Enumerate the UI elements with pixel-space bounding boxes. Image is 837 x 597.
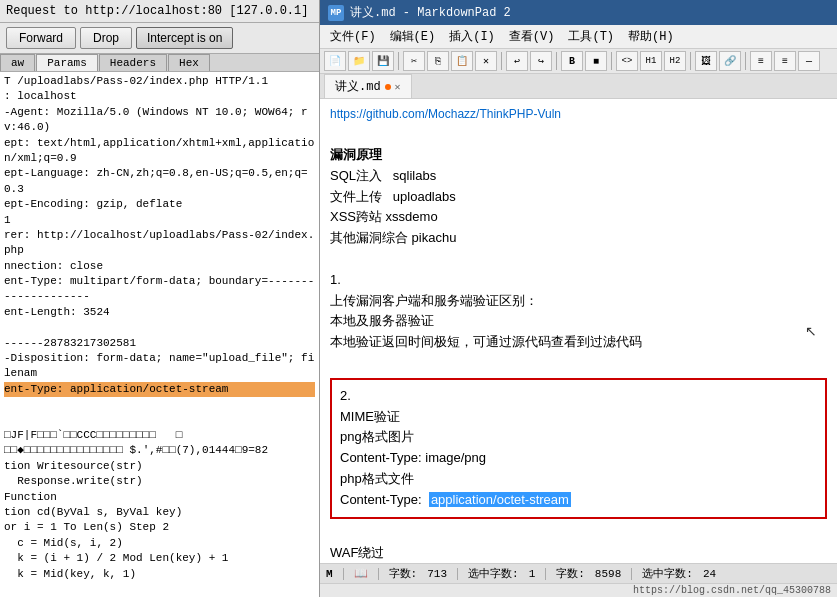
request-content[interactable]: T /uploadlabs/Pass-02/index.php HTTP/1.1… <box>0 72 319 597</box>
logo-text: MP <box>331 8 342 18</box>
mp-titlebar: MP 讲义.md - MarkdownPad 2 <box>320 0 837 25</box>
selected-label: 选中字数: <box>468 566 519 581</box>
file-tab-item[interactable]: 讲义.md ✕ <box>324 74 412 98</box>
vuln-upload: 文件上传 uploadlabs <box>330 187 827 208</box>
box-mime-title: MIME验证 <box>340 407 817 428</box>
menu-view[interactable]: 查看(V) <box>503 27 561 46</box>
request-tabs: aw Params Headers Hex <box>0 54 319 72</box>
h1-button[interactable]: H1 <box>640 51 662 71</box>
menu-help[interactable]: 帮助(H) <box>622 27 680 46</box>
section1-num: 1. <box>330 270 827 291</box>
menu-edit[interactable]: 编辑(E) <box>384 27 442 46</box>
menu-file[interactable]: 文件(F) <box>324 27 382 46</box>
toolbar-sep4 <box>611 52 612 70</box>
section1-sub2: 本地验证返回时间极短，可通过源代码查看到过滤代码 <box>330 332 827 353</box>
save-button[interactable]: 💾 <box>372 51 394 71</box>
redo-button[interactable]: ↪ <box>530 51 552 71</box>
mouse-cursor-indicator: ↖ <box>805 320 817 342</box>
status-book-icon: 📖 <box>354 567 368 580</box>
toolbar: Forward Drop Intercept is on <box>0 23 319 54</box>
toolbar-sep5 <box>690 52 691 70</box>
markdownpad-panel: MP 讲义.md - MarkdownPad 2 文件(F) 编辑(E) 插入(… <box>320 0 837 597</box>
file-tab-label: 讲义.md <box>335 78 381 95</box>
burp-left-panel: Request to http://localhost:80 [127.0.0.… <box>0 0 320 597</box>
status-sep3 <box>457 568 458 580</box>
link-button[interactable]: 🔗 <box>719 51 741 71</box>
image-button[interactable]: 🖼 <box>695 51 717 71</box>
bold-button[interactable]: B <box>561 51 583 71</box>
waf-title: WAF绕过 <box>330 543 827 563</box>
tab-headers[interactable]: Headers <box>99 54 167 71</box>
box-php-content-type: Content-Type: application/octet-stream <box>340 490 817 511</box>
request-body: T /uploadlabs/Pass-02/index.php HTTP/1.1… <box>4 74 315 582</box>
copy-button[interactable]: ⎘ <box>427 51 449 71</box>
chars-label: 字数: <box>556 566 585 581</box>
list-button[interactable]: ≡ <box>750 51 772 71</box>
paste-button[interactable]: 📋 <box>451 51 473 71</box>
mp-title: 讲义.md - MarkdownPad 2 <box>350 4 511 21</box>
toolbar-sep6 <box>745 52 746 70</box>
h2-button[interactable]: H2 <box>664 51 686 71</box>
box-php-label: php格式文件 <box>340 469 817 490</box>
file-modified-dot <box>385 84 391 90</box>
status-sep1 <box>343 568 344 580</box>
chars-selected-value: 24 <box>703 568 716 580</box>
selected-value: 1 <box>529 568 536 580</box>
highlight-content-type: ent-Type: application/octet-stream <box>4 382 315 397</box>
cut-button[interactable]: ✂ <box>403 51 425 71</box>
undo-button[interactable]: ↩ <box>506 51 528 71</box>
word-count-label: 字数: <box>389 566 418 581</box>
box-png-label: png格式图片 <box>340 427 817 448</box>
vuln-sql: SQL注入 sqlilabs <box>330 166 827 187</box>
chars-value: 8598 <box>595 568 621 580</box>
format-button[interactable]: ■ <box>585 51 607 71</box>
status-m-icon: M <box>326 568 333 580</box>
chars-selected-label: 选中字数: <box>642 566 693 581</box>
forward-button[interactable]: Forward <box>6 27 76 49</box>
menu-tools[interactable]: 工具(T) <box>562 27 620 46</box>
intercept-button[interactable]: Intercept is on <box>136 27 233 49</box>
box-png-content-type: Content-Type: image/png <box>340 448 817 469</box>
octet-stream-highlight: application/octet-stream <box>429 492 571 507</box>
mp-content[interactable]: https://github.com/Mochazz/ThinkPHP-Vuln… <box>320 99 837 563</box>
box-num: 2. <box>340 386 817 407</box>
mp-filetab: 讲义.md ✕ <box>320 74 837 99</box>
request-bar: Request to http://localhost:80 [127.0.0.… <box>0 0 319 23</box>
mp-toolbar: 📄 📁 💾 ✂ ⎘ 📋 ✕ ↩ ↪ B ■ <> H1 H2 🖼 🔗 ≡ ≡ — <box>320 49 837 74</box>
vuln-other: 其他漏洞综合 pikachu <box>330 228 827 249</box>
mp-logo: MP <box>328 5 344 21</box>
status-sep4 <box>545 568 546 580</box>
toolbar-sep2 <box>501 52 502 70</box>
status-sep5 <box>631 568 632 580</box>
toolbar-sep1 <box>398 52 399 70</box>
url-bar: https://blog.csdn.net/qq_45300788 <box>320 583 837 597</box>
status-sep2 <box>378 568 379 580</box>
toolbar-sep3 <box>556 52 557 70</box>
word-count-value: 713 <box>427 568 447 580</box>
tab-params[interactable]: Params <box>36 54 98 71</box>
github-url: https://github.com/Mochazz/ThinkPHP-Vuln <box>330 105 827 124</box>
tab-raw[interactable]: aw <box>0 54 35 71</box>
section1-title: 上传漏洞客户端和服务端验证区别： <box>330 291 827 312</box>
request-bar-text: Request to http://localhost:80 [127.0.0.… <box>6 4 308 18</box>
url-bar-text: https://blog.csdn.net/qq_45300788 <box>633 585 831 596</box>
close-tab-icon[interactable]: ✕ <box>395 81 401 93</box>
section1-sub1: 本地及服务器验证 <box>330 311 827 332</box>
open-button[interactable]: 📁 <box>348 51 370 71</box>
drop-button[interactable]: Drop <box>80 27 132 49</box>
vuln-xss: XSS跨站 xssdemo <box>330 207 827 228</box>
tab-hex[interactable]: Hex <box>168 54 210 71</box>
code-button[interactable]: <> <box>616 51 638 71</box>
new-button[interactable]: 📄 <box>324 51 346 71</box>
ordered-list-button[interactable]: ≡ <box>774 51 796 71</box>
mp-menubar: 文件(F) 编辑(E) 插入(I) 查看(V) 工具(T) 帮助(H) <box>320 25 837 49</box>
section-vuln-title: 漏洞原理 <box>330 145 827 166</box>
hr-button[interactable]: — <box>798 51 820 71</box>
menu-insert[interactable]: 插入(I) <box>443 27 501 46</box>
delete-button[interactable]: ✕ <box>475 51 497 71</box>
mp-statusbar: M 📖 字数: 713 选中字数: 1 字数: 8598 选中字数: 24 <box>320 563 837 583</box>
mime-highlight-box: 2. MIME验证 png格式图片 Content-Type: image/pn… <box>330 378 827 519</box>
